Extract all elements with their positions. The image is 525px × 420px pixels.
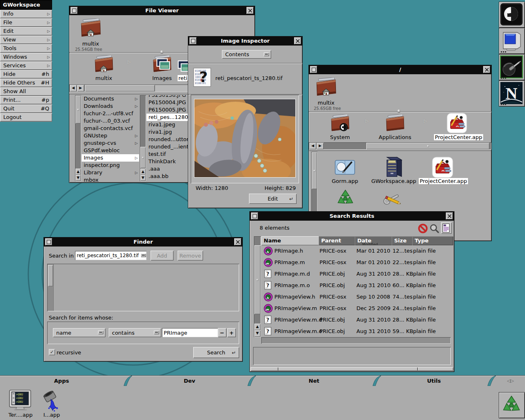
close-button[interactable]: [294, 37, 301, 44]
magnifier-icon[interactable]: [429, 224, 439, 233]
scroll-down-button[interactable]: ▼: [254, 330, 260, 337]
applications-folder-icon[interactable]: [385, 114, 405, 132]
gorm-app-icon[interactable]: [334, 158, 356, 177]
recycler-tile[interactable]: [499, 392, 525, 418]
scroll-down-button[interactable]: ▼: [140, 175, 146, 181]
scrollbar-knob[interactable]: [312, 152, 317, 189]
scroll-left-button[interactable]: ◀: [309, 143, 316, 149]
menu-item-hide-others[interactable]: Hide Others#H: [0, 79, 52, 87]
close-button[interactable]: [446, 212, 453, 219]
scroll-down-button[interactable]: ▼: [75, 175, 81, 181]
menu-item-hide[interactable]: Hide#h: [0, 70, 52, 79]
remove-button[interactable]: Remove: [178, 251, 203, 260]
results-hscroll-track[interactable]: [261, 337, 451, 344]
icon-label-selected[interactable]: ProjectCenter.app: [419, 178, 468, 184]
menu-item-print[interactable]: Print...#p: [0, 96, 52, 105]
contents-popup[interactable]: Contents: [222, 50, 271, 59]
image-inspector-titlebar[interactable]: Image Inspector: [188, 37, 302, 46]
search-button[interactable]: Search ↵: [193, 347, 239, 358]
dock-tool-tile[interactable]: [499, 54, 525, 80]
shelf-item-label[interactable]: Applications: [379, 134, 411, 140]
file-item[interactable]: gmail-contacts.vcf: [82, 125, 139, 132]
menu-item-info[interactable]: Info▷: [0, 10, 52, 18]
search-in-popup[interactable]: reti_pescatori_ts_1280.tif: [75, 251, 146, 260]
scrollbar-knob[interactable]: [85, 85, 155, 91]
menu-item-show-all[interactable]: Show All: [0, 87, 52, 96]
miniaturize-button[interactable]: [189, 37, 196, 44]
menu-item-file[interactable]: File▷: [0, 18, 52, 27]
search-places-list[interactable]: [47, 264, 239, 311]
miniaturize-button[interactable]: [310, 66, 317, 73]
column-header-name[interactable]: Name: [261, 236, 321, 245]
terminal-app-icon[interactable]: [8, 389, 32, 412]
stop-search-icon[interactable]: [418, 224, 428, 233]
menu-item-view[interactable]: View▷: [0, 36, 52, 44]
scroll-right-button[interactable]: ▶: [317, 143, 324, 149]
scrollbar-knob[interactable]: [48, 265, 53, 286]
shelf-app-label[interactable]: Ter....app: [4, 412, 37, 418]
shelf-item-label[interactable]: System: [328, 134, 352, 140]
table-row[interactable]: .m PRImage.mPRICE-osxMar 01 201022...tes…: [261, 257, 451, 268]
table-row[interactable]: PRImageView.m.oPRICE.objAug 31 201059...…: [261, 326, 451, 337]
scrollbar-knob[interactable]: [254, 245, 260, 314]
search-term-field[interactable]: PRImage: [162, 328, 218, 337]
dock-gworkspace-tile[interactable]: [499, 2, 525, 28]
column-header-size[interactable]: Size: [392, 236, 414, 245]
tab-apps-selected[interactable]: Apps: [0, 376, 123, 386]
file-item[interactable]: inspector.png: [82, 162, 139, 169]
recursive-checkbox[interactable]: ✓: [49, 349, 55, 355]
close-button[interactable]: [234, 238, 241, 245]
dock-netscape-tile[interactable]: [499, 80, 525, 107]
tab-scroller[interactable]: ◁ ▷: [496, 376, 525, 386]
attribute-popup[interactable]: name: [53, 328, 105, 337]
places-scrollbar[interactable]: [48, 264, 53, 311]
tab-dev[interactable]: Dev: [132, 376, 247, 386]
scroll-up-button[interactable]: ▲: [254, 324, 260, 330]
table-row[interactable]: PRImage.m.oPRICE.objAug 31 201060... KBp…: [261, 280, 451, 291]
scroll-left-button[interactable]: ◀: [70, 85, 77, 91]
scrollbar-knob[interactable]: [140, 147, 146, 168]
add-button[interactable]: Add: [151, 251, 173, 260]
ink-app-icon[interactable]: [41, 390, 62, 413]
tools-icon[interactable]: [382, 191, 404, 208]
file-item[interactable]: gnustep-cvs▷: [82, 139, 139, 147]
operator-popup[interactable]: contains: [109, 328, 161, 337]
column-header-type[interactable]: Type: [412, 236, 453, 245]
table-row[interactable]: .h PRImageView.hPRICE-osxSep 10 200874..…: [261, 291, 451, 303]
column1-scrollbar[interactable]: ▲ ▼: [75, 95, 81, 181]
shelf-resize-handle[interactable]: [160, 50, 163, 53]
file-item[interactable]: Documents▷: [82, 95, 139, 103]
file-item[interactable]: GNUstep▷: [82, 132, 139, 139]
file-item[interactable]: fuchur-2...-utf8.vcf: [82, 110, 139, 117]
recycler-icon[interactable]: [336, 189, 355, 208]
menu-title[interactable]: GWorkspace: [0, 0, 52, 10]
table-row[interactable]: PRImage.m.dPRICE.objAug 31 201028... KBp…: [261, 268, 451, 280]
file-item[interactable]: fuchur-...0_03.vcf: [82, 117, 139, 125]
disk-label[interactable]: multix: [315, 100, 337, 106]
scroll-up-button[interactable]: ▲: [140, 169, 146, 175]
menu-item-edit[interactable]: Edit▷: [0, 27, 52, 36]
column2-scrollbar[interactable]: ▲ ▼: [140, 95, 146, 181]
close-button[interactable]: [483, 66, 490, 73]
report-button[interactable]: [441, 222, 452, 234]
scroll-up-button[interactable]: ▲: [75, 169, 81, 175]
shelf-app-label[interactable]: I...app: [36, 412, 67, 418]
scroll-right-button[interactable]: ▶: [77, 85, 84, 91]
file-viewer-titlebar[interactable]: File Viewer: [69, 6, 255, 15]
shelf-item-label[interactable]: multix: [93, 75, 114, 81]
miniaturize-button[interactable]: [45, 238, 52, 245]
remove-criteria-button[interactable]: −: [218, 328, 226, 337]
shelf-item-label[interactable]: Images: [151, 75, 173, 81]
resize-bar[interactable]: [251, 367, 453, 371]
shelf-scrollbar[interactable]: ◀ ▶: [309, 142, 491, 150]
icon-label[interactable]: GWorkspace.app: [371, 178, 416, 184]
shelf-resize-handle[interactable]: [397, 110, 400, 112]
menu-item-logout[interactable]: Logout: [0, 113, 52, 122]
tab-utils[interactable]: Utils: [381, 376, 487, 386]
projectcenter-app-icon[interactable]: [432, 157, 453, 178]
add-criteria-button[interactable]: +: [227, 328, 236, 337]
file-item[interactable]: mbox: [82, 176, 139, 182]
file-item-selected[interactable]: Images▷: [82, 154, 139, 162]
scrollbar-knob[interactable]: [366, 143, 489, 149]
root-viewer-titlebar[interactable]: /: [309, 65, 491, 74]
